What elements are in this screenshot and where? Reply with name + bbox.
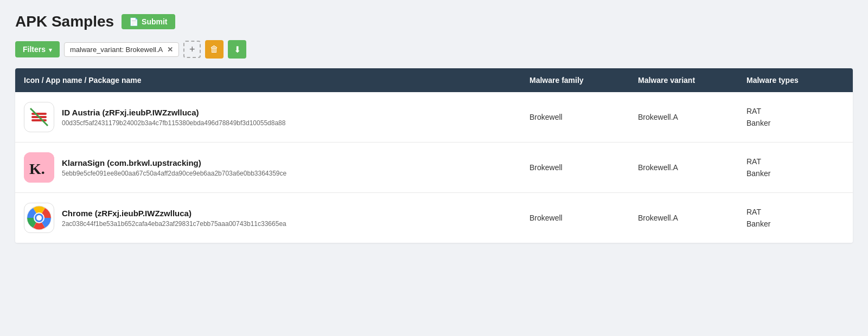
toolbar: Filters malware_variant: Brokewell.A ✕ +…	[15, 40, 853, 59]
app-icon	[24, 203, 54, 233]
malware-types: RAT Banker	[746, 156, 844, 180]
svg-rect-3	[31, 119, 47, 121]
page-title: APK Samples	[15, 13, 114, 30]
app-icon	[24, 102, 54, 132]
table-row[interactable]: ID Austria (zRFxj.ieubP.IWZzwlluca) 00d3…	[15, 92, 853, 143]
col-header-types: Malware types	[746, 76, 844, 85]
malware-family: Brokewell	[529, 214, 638, 222]
filters-button[interactable]: Filters	[15, 41, 60, 57]
col-header-variant: Malware variant	[638, 76, 746, 85]
chevron-down-icon	[49, 45, 52, 54]
svg-point-10	[36, 215, 42, 221]
submit-button[interactable]: 📄 Submit	[122, 14, 175, 29]
download-button[interactable]: ⬇	[228, 40, 246, 59]
malware-family: Brokewell	[529, 113, 638, 121]
page-header: APK Samples 📄 Submit	[15, 13, 853, 30]
trash-icon: 🗑	[210, 44, 219, 54]
malware-variant: Brokewell.A	[638, 214, 746, 222]
app-info: KlarnaSign (com.brkwl.upstracking) 5ebb9…	[62, 158, 286, 177]
col-header-app: Icon / App name / Package name	[24, 76, 529, 85]
app-info: ID Austria (zRFxj.ieubP.IWZzwlluca) 00d3…	[62, 108, 285, 127]
app-icon: K.	[24, 152, 54, 183]
app-name: Chrome (zRFxj.ieubP.IWZzwlluca)	[62, 209, 286, 218]
app-name: KlarnaSign (com.brkwl.upstracking)	[62, 158, 286, 167]
app-cell: ID Austria (zRFxj.ieubP.IWZzwlluca) 00d3…	[24, 102, 529, 132]
filter-tag: malware_variant: Brokewell.A ✕	[64, 42, 179, 57]
col-header-family: Malware family	[529, 76, 638, 85]
samples-table: Icon / App name / Package name Malware f…	[15, 68, 853, 243]
app-name: ID Austria (zRFxj.ieubP.IWZzwlluca)	[62, 108, 285, 117]
malware-family: Brokewell	[529, 163, 638, 172]
svg-rect-1	[31, 113, 47, 115]
app-hash: 00d35cf5af2431179b24002b3a4c7fb115380ebd…	[62, 119, 285, 127]
app-cell: K. KlarnaSign (com.brkwl.upstracking) 5e…	[24, 152, 529, 183]
app-info: Chrome (zRFxj.ieubP.IWZzwlluca) 2ac038c4…	[62, 209, 286, 228]
malware-types: RAT Banker	[746, 206, 844, 230]
add-filter-button[interactable]: +	[183, 41, 201, 58]
malware-variant: Brokewell.A	[638, 163, 746, 172]
app-cell: Chrome (zRFxj.ieubP.IWZzwlluca) 2ac038c4…	[24, 203, 529, 233]
download-icon: ⬇	[234, 44, 241, 55]
table-row[interactable]: Chrome (zRFxj.ieubP.IWZzwlluca) 2ac038c4…	[15, 193, 853, 243]
malware-types: RAT Banker	[746, 105, 844, 130]
table-header: Icon / App name / Package name Malware f…	[15, 68, 853, 92]
file-icon: 📄	[129, 17, 138, 26]
app-hash: 5ebb9e5cfe091ee8e00aa67c50a4aff2da90ce9e…	[62, 170, 286, 177]
table-row[interactable]: K. KlarnaSign (com.brkwl.upstracking) 5e…	[15, 143, 853, 193]
svg-text:K.: K.	[29, 160, 45, 177]
remove-filter-button[interactable]: ✕	[167, 46, 173, 54]
app-hash: 2ac038c44f1be53a1b652cafa4eba23af29831c7…	[62, 220, 286, 228]
delete-button[interactable]: 🗑	[205, 40, 224, 59]
malware-variant: Brokewell.A	[638, 113, 746, 121]
